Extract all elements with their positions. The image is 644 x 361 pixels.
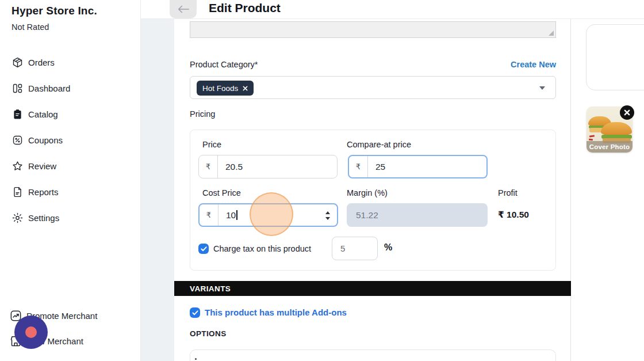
chat-widget-record-dot <box>25 326 37 338</box>
currency-prefix: ₹ <box>349 156 368 177</box>
remove-cover-photo-button[interactable] <box>620 105 634 120</box>
sidebar: Hyper Store Inc. Not Rated Orders Dashbo… <box>0 0 141 361</box>
sidebar-item-label: Dashboard <box>28 83 70 93</box>
cover-photo-badge: Cover Photo <box>586 141 632 153</box>
currency-prefix: ₹ <box>200 204 218 226</box>
profit-value: ₹ 10.50 <box>498 210 529 220</box>
package-icon <box>12 56 24 69</box>
category-tag-label: Hot Foods <box>202 84 238 93</box>
sidebar-item-coupons[interactable]: Coupons <box>12 133 132 147</box>
price-value: 20.5 <box>218 155 337 178</box>
dashboard-icon <box>12 82 24 94</box>
content-left-gutter <box>141 19 174 361</box>
multiple-addons-checkbox[interactable] <box>190 307 200 318</box>
margin-label: Margin (%) <box>347 188 388 197</box>
multiple-addons-label[interactable]: This product has multiple Add-ons <box>205 307 347 317</box>
tax-percent-input[interactable]: 5 <box>332 237 378 260</box>
percent-sign: % <box>384 242 392 253</box>
sidebar-item-dashboard[interactable]: Dashboard <box>12 81 132 95</box>
charge-tax-label: Charge tax on this product <box>213 244 311 253</box>
description-textarea[interactable] <box>190 21 556 38</box>
arrow-left-icon <box>177 5 190 14</box>
compare-at-price-value: 25 <box>368 156 486 177</box>
variants-title: VARIANTS <box>190 284 231 293</box>
profit-label: Profit <box>498 188 518 197</box>
sidebar-item-settings[interactable]: Settings <box>12 211 132 225</box>
create-new-category-link[interactable]: Create New <box>511 60 556 69</box>
margin-input-disabled: 51.22 <box>347 203 488 227</box>
remove-tag-icon[interactable] <box>243 86 248 91</box>
store-name: Hyper Store Inc. <box>12 5 97 17</box>
variants-section-header: VARIANTS <box>174 281 571 296</box>
compare-at-price-label: Compare-at price <box>347 140 411 149</box>
options-section-label: OPTIONS <box>190 329 227 338</box>
compare-at-price-input[interactable]: ₹ 25 <box>348 155 488 178</box>
checkmark-icon <box>192 310 198 316</box>
sidebar-item-orders[interactable]: Orders <box>12 55 132 69</box>
price-label: Price <box>202 140 221 149</box>
tax-percent-value: 5 <box>340 244 345 253</box>
chat-widget-button[interactable] <box>14 316 48 349</box>
gear-icon <box>12 212 24 224</box>
text-cursor <box>236 210 237 220</box>
sidebar-item-label: Catalog <box>28 109 58 119</box>
margin-value: 51.22 <box>356 210 378 221</box>
category-tag-chip[interactable]: Hot Foods <box>197 81 254 96</box>
sidebar-item-label: Settings <box>28 213 59 223</box>
resize-grip-icon[interactable] <box>549 31 554 36</box>
close-icon <box>624 109 630 116</box>
sidebar-item-label: Orders <box>28 58 55 67</box>
media-panel <box>586 24 644 90</box>
sidebar-item-label: Review <box>28 161 56 171</box>
pricing-section-label: Pricing <box>190 109 215 119</box>
sidebar-item-reports[interactable]: Reports <box>12 185 132 199</box>
percent-icon <box>12 134 24 146</box>
stepper-up-icon[interactable] <box>325 211 330 214</box>
product-category-label: Product Category* <box>190 60 258 69</box>
star-icon <box>12 160 24 172</box>
number-stepper[interactable] <box>325 211 330 220</box>
charge-tax-checkbox[interactable] <box>198 244 209 254</box>
product-category-select[interactable]: Hot Foods <box>190 76 556 99</box>
drag-handle-icon[interactable] <box>195 358 197 360</box>
clipboard-icon <box>12 108 24 120</box>
back-button[interactable] <box>170 0 197 18</box>
options-card <box>190 349 556 361</box>
cost-price-input[interactable]: ₹ 10 <box>198 203 338 227</box>
page-title: Edit Product <box>209 1 281 15</box>
sidebar-item-label: Reports <box>28 187 59 197</box>
document-icon <box>12 186 24 198</box>
currency-prefix: ₹ <box>199 155 218 178</box>
chevron-down-icon[interactable] <box>539 86 545 90</box>
cost-price-value: 10 <box>226 210 236 221</box>
app-window: Hyper Store Inc. Not Rated Orders Dashbo… <box>0 0 644 361</box>
checkmark-icon <box>201 246 207 252</box>
sidebar-item-catalog[interactable]: Catalog <box>12 107 132 121</box>
cost-price-label: Cost Price <box>202 188 241 197</box>
stepper-down-icon[interactable] <box>325 217 330 220</box>
store-rating-status: Not Rated <box>12 22 49 32</box>
price-input[interactable]: ₹ 20.5 <box>198 155 338 178</box>
sidebar-item-review[interactable]: Review <box>12 159 132 173</box>
sidebar-item-label: Coupons <box>28 135 63 145</box>
